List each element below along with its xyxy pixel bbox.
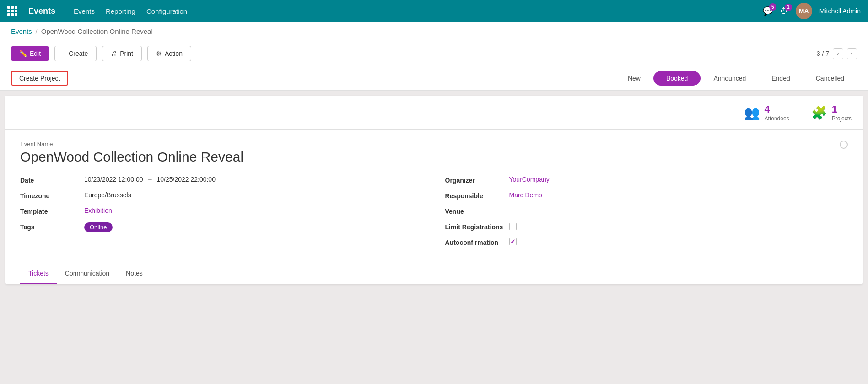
template-label: Template	[20, 207, 84, 215]
top-navbar: Events Events Reporting Configuration 💬 …	[0, 0, 868, 22]
stats-bar: 👥 4 Attendees 🧩 1 Projects	[5, 96, 863, 130]
pager-next[interactable]: ›	[847, 48, 857, 59]
attendees-label: Attendees	[765, 115, 789, 122]
action-label: Action	[165, 50, 183, 57]
pager-prev[interactable]: ‹	[833, 48, 843, 59]
autoconfirmation-field-row: Autoconfirmation ✓	[445, 238, 848, 246]
attendees-info: 4 Attendees	[765, 103, 789, 122]
tab-communication[interactable]: Communication	[57, 263, 118, 284]
tags-field-row: Tags Online	[20, 222, 423, 232]
tags-label: Tags	[20, 222, 84, 231]
breadcrumb-separator: /	[36, 28, 38, 35]
print-button[interactable]: 🖨 Print	[102, 46, 142, 61]
attendees-icon: 👥	[744, 105, 760, 120]
template-field-row: Template Exhibition	[20, 207, 423, 215]
gear-icon: ⚙	[156, 50, 162, 57]
responsible-value[interactable]: Marc Demo	[509, 191, 542, 199]
date-end: 10/25/2022 22:00:00	[156, 176, 215, 183]
status-circle	[840, 141, 848, 149]
toolbar: ✏️ Edit + Create 🖨 Print ⚙ Action 3 / 7 …	[0, 41, 868, 66]
event-title: OpenWood Collection Online Reveal	[20, 149, 848, 165]
left-column: Date 10/23/2022 12:00:00 → 10/25/2022 22…	[20, 176, 423, 252]
nav-configuration[interactable]: Configuration	[146, 7, 187, 15]
messages-badge: 5	[769, 3, 776, 11]
messages-button[interactable]: 💬 5	[763, 6, 773, 16]
limit-reg-field-row: Limit Registrations	[445, 222, 848, 231]
nav-events[interactable]: Events	[74, 7, 95, 15]
tabs-bar: Tickets Communication Notes	[5, 263, 863, 284]
print-icon: 🖨	[111, 50, 117, 57]
venue-field-row: Venue	[445, 207, 848, 215]
tab-tickets[interactable]: Tickets	[20, 263, 57, 284]
tab-notes[interactable]: Notes	[118, 263, 151, 284]
action-button[interactable]: ⚙ Action	[147, 46, 191, 61]
status-step-cancelled[interactable]: Cancelled	[803, 71, 857, 86]
pager-text: 3 / 7	[817, 50, 829, 57]
edit-button[interactable]: ✏️ Edit	[11, 46, 49, 61]
main-nav: Events Reporting Configuration	[74, 7, 187, 15]
date-row: 10/23/2022 12:00:00 → 10/25/2022 22:00:0…	[84, 176, 216, 183]
event-name-label: Event Name	[20, 141, 848, 147]
create-project-button[interactable]: Create Project	[11, 71, 68, 86]
status-step-new[interactable]: New	[615, 71, 653, 86]
projects-stat[interactable]: 🧩 1 Projects	[811, 103, 852, 122]
breadcrumb: Events / OpenWood Collection Online Reve…	[0, 22, 868, 41]
limit-reg-checkbox-box[interactable]	[509, 223, 517, 230]
organizer-label: Organizer	[445, 176, 509, 184]
app-title: Events	[28, 6, 55, 16]
create-button[interactable]: + Create	[54, 46, 97, 61]
nav-reporting[interactable]: Reporting	[106, 7, 135, 15]
tag-online[interactable]: Online	[84, 222, 113, 232]
date-label: Date	[20, 176, 84, 184]
create-project-label: Create Project	[19, 75, 60, 82]
grid-icon	[7, 6, 17, 16]
venue-label: Venue	[445, 207, 509, 215]
projects-count: 1	[832, 103, 852, 115]
attendees-count: 4	[765, 103, 789, 115]
autoconfirmation-checkbox-box[interactable]: ✓	[509, 238, 517, 245]
apps-menu[interactable]	[7, 6, 17, 16]
date-start: 10/23/2022 12:00:00	[84, 176, 143, 183]
timezone-field-row: Timezone Europe/Brussels	[20, 191, 423, 200]
username[interactable]: Mitchell Admin	[819, 7, 861, 15]
edit-label: Edit	[30, 50, 41, 57]
limit-reg-label: Limit Registrations	[445, 222, 509, 231]
status-step-announced[interactable]: Announced	[701, 71, 759, 86]
organizer-value[interactable]: YourCompany	[509, 176, 550, 183]
main-wrapper: Events / OpenWood Collection Online Reve…	[0, 22, 868, 384]
edit-icon: ✏️	[19, 50, 27, 57]
responsible-label: Responsible	[445, 191, 509, 200]
timezone-label: Timezone	[20, 191, 84, 200]
autoconfirmation-checkbox[interactable]: ✓	[509, 238, 517, 245]
breadcrumb-current: OpenWood Collection Online Reveal	[41, 27, 153, 35]
tags-value: Online	[84, 222, 113, 232]
right-column: Organizer YourCompany Responsible Marc D…	[445, 176, 848, 252]
organizer-field-row: Organizer YourCompany	[445, 176, 848, 184]
content-area: 👥 4 Attendees 🧩 1 Projects Event Name Op…	[5, 96, 863, 284]
pager: 3 / 7 ‹ ›	[817, 48, 857, 59]
projects-label: Projects	[832, 115, 852, 122]
responsible-field-row: Responsible Marc Demo	[445, 191, 848, 200]
limit-reg-checkbox[interactable]	[509, 222, 517, 230]
timezone-value: Europe/Brussels	[84, 191, 131, 199]
status-steps: New Booked Announced Ended Cancelled	[615, 71, 857, 86]
date-arrow-icon: →	[146, 176, 153, 183]
date-field-row: Date 10/23/2022 12:00:00 → 10/25/2022 22…	[20, 176, 423, 184]
template-value[interactable]: Exhibition	[84, 207, 112, 214]
breadcrumb-parent[interactable]: Events	[11, 27, 32, 35]
create-label: + Create	[63, 50, 88, 57]
topnav-right: 💬 5 ⏱ 1 MA Mitchell Admin	[763, 3, 861, 19]
status-step-ended[interactable]: Ended	[759, 71, 803, 86]
status-step-booked[interactable]: Booked	[653, 71, 701, 86]
projects-icon: 🧩	[811, 105, 827, 120]
user-avatar[interactable]: MA	[796, 3, 812, 19]
activity-button[interactable]: ⏱ 1	[780, 6, 788, 16]
date-value: 10/23/2022 12:00:00 → 10/25/2022 22:00:0…	[84, 176, 216, 183]
attendees-stat[interactable]: 👥 4 Attendees	[744, 103, 789, 122]
projects-info: 1 Projects	[832, 103, 852, 122]
statusbar: Create Project New Booked Announced Ende…	[0, 66, 868, 91]
activity-badge: 1	[785, 4, 792, 11]
form-section: Event Name OpenWood Collection Online Re…	[5, 130, 863, 263]
print-label: Print	[120, 50, 133, 57]
autoconfirmation-label: Autoconfirmation	[445, 238, 509, 246]
